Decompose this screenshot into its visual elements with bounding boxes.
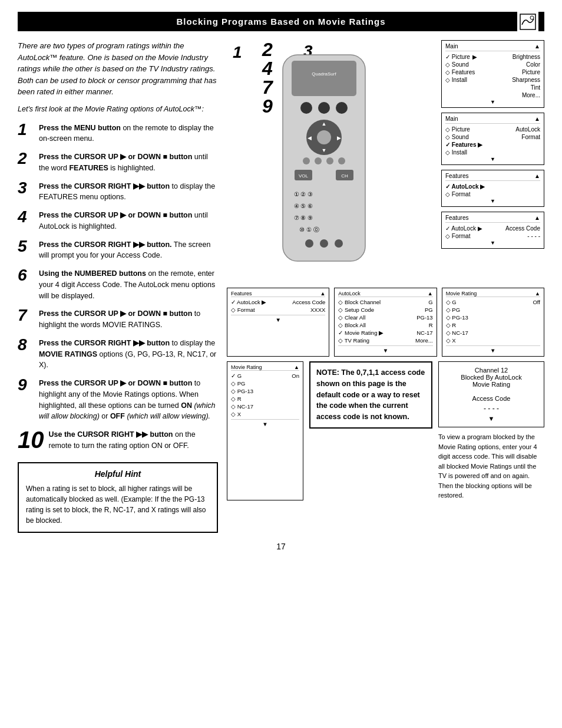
- step-2: 2 Press the CURSOR UP ▶ or DOWN ■ button…: [18, 150, 218, 174]
- step-9: 9 Press the CURSOR UP ▶ or DOWN ■ button…: [18, 377, 218, 422]
- svg-text:▶: ▶: [337, 135, 341, 141]
- svg-text:VOL: VOL: [299, 173, 309, 179]
- channel-line2: Blocked By AutoLock: [444, 374, 539, 381]
- svg-point-9: [317, 130, 331, 144]
- svg-text:CH: CH: [341, 173, 348, 179]
- step-number-6: 6: [18, 267, 34, 284]
- step-7: 7 Press the CURSOR UP ▶ or DOWN ■ button…: [18, 307, 218, 331]
- hint-title: Helpful Hint: [26, 469, 210, 479]
- step-text-3: Press the CURSOR RIGHT ▶▶ button to disp…: [39, 180, 218, 203]
- step-number-5: 5: [18, 238, 34, 255]
- svg-point-7: [336, 102, 348, 114]
- svg-point-28: [335, 239, 343, 248]
- step-5: 5 Press the CURSOR RIGHT ▶▶ button. The …: [18, 238, 218, 262]
- svg-text:▼: ▼: [322, 147, 327, 153]
- svg-point-14: [303, 157, 310, 164]
- step-text-6: Using the NUMBERED buttons on the remote…: [39, 267, 218, 301]
- svg-point-5: [300, 102, 312, 114]
- step-number-7: 7: [18, 307, 34, 324]
- page-number: 17: [18, 542, 544, 551]
- diagram-area: 1 2479 35810 QuadraSurf: [227, 40, 544, 288]
- remote-control: QuadraSurf ▲ ▼ ◀ ▶: [277, 52, 371, 272]
- bottom-screen-movie-rating-on: Movie Rating▲ ✓ GOn ◇ PG ◇ PG-13 ◇ R ◇ N…: [227, 361, 303, 500]
- note-box: NOTE: The 0,7,1,1 access code shown on t…: [309, 361, 432, 429]
- channel-line1: Channel 12: [444, 367, 539, 374]
- svg-point-1: [530, 16, 534, 19]
- svg-rect-3: [292, 61, 356, 96]
- right-column: 1 2479 35810 QuadraSurf: [227, 40, 544, 533]
- step-number-3: 3: [18, 180, 34, 196]
- svg-text:⑩ ① ⓪: ⑩ ① ⓪: [299, 226, 319, 233]
- channel-blocked-area: Channel 12 Blocked By AutoLock Movie Rat…: [438, 361, 544, 500]
- menu-screen-1: Main ▲ ✓ Picture▶Brightness ◇ SoundColor…: [441, 40, 544, 108]
- svg-point-16: [326, 157, 333, 164]
- svg-text:QuadraSurf: QuadraSurf: [312, 71, 336, 77]
- menu-screen-3: Features ▲ ✓ AutoLock ▶ ◇ Format ▼: [441, 170, 544, 207]
- bottom-screen-features-xxxx: Features▲ ✓ AutoLock ▶Access Code ◇ Form…: [227, 288, 329, 357]
- channel-access-label: Access Code: [444, 395, 539, 402]
- header-icon: [517, 11, 538, 32]
- svg-point-27: [320, 239, 328, 248]
- step-number-9: 9: [18, 377, 34, 393]
- intro-paragraph1: There are two types of program ratings w…: [18, 40, 218, 98]
- step-number-2: 2: [18, 150, 34, 167]
- step-text-10: Use the CURSOR RIGHT ▶▶ button on the re…: [49, 428, 219, 452]
- steps-list: 1 Press the MENU button on the remote to…: [18, 121, 218, 452]
- step-1: 1 Press the MENU button on the remote to…: [18, 121, 218, 145]
- step-text-9: Press the CURSOR UP ▶ or DOWN ■ button t…: [39, 377, 218, 422]
- step-text-5: Press the CURSOR RIGHT ▶▶ button. The sc…: [39, 238, 218, 262]
- step-text-4: Press the CURSOR UP ▶ or DOWN ■ button u…: [39, 209, 218, 232]
- svg-point-15: [315, 157, 322, 164]
- bottom-screens-row1: Features▲ ✓ AutoLock ▶Access Code ◇ Form…: [227, 288, 544, 357]
- step-3: 3 Press the CURSOR RIGHT ▶▶ button to di…: [18, 180, 218, 203]
- side-note: To view a program blocked by the Movie R…: [438, 432, 544, 500]
- svg-point-17: [338, 157, 345, 164]
- step-text-8: Press the CURSOR RIGHT ▶▶ button to disp…: [39, 337, 218, 371]
- page-header: Blocking Programs Based on Movie Ratings: [18, 12, 544, 31]
- step-number-1: 1: [18, 121, 34, 138]
- svg-text:◀: ◀: [308, 135, 312, 141]
- step-6: 6 Using the NUMBERED buttons on the remo…: [18, 267, 218, 301]
- channel-code: - - - -: [444, 404, 539, 413]
- menu-screen-2: Main ▲ ◇ PictureAutoLock ◇ SoundFormat ✓…: [441, 113, 544, 165]
- left-column: There are two types of program ratings w…: [18, 40, 218, 533]
- intro-paragraph2: Let's first look at the Movie Rating opt…: [18, 105, 218, 113]
- step-text-2: Press the CURSOR UP ▶ or DOWN ■ button u…: [39, 150, 218, 174]
- step-text-1: Press the MENU button on the remote to d…: [39, 121, 218, 145]
- channel-line3: Movie Rating: [444, 381, 539, 388]
- menu-screen-4: Features ▲ ✓ AutoLock ▶Access Code ◇ For…: [441, 212, 544, 249]
- header-title: Blocking Programs Based on Movie Ratings: [176, 17, 385, 27]
- step-number-4: 4: [18, 209, 34, 225]
- helpful-hint-box: Helpful Hint When a rating is set to blo…: [18, 462, 218, 533]
- note-area: NOTE: The 0,7,1,1 access code shown on t…: [309, 361, 432, 500]
- hint-text: When a rating is set to block, all highe…: [26, 483, 210, 526]
- svg-point-26: [305, 239, 313, 248]
- step-number-8: 8: [18, 337, 34, 353]
- bottom-screen-autolock: AutoLock▲ ◇ Block ChannelG ◇ Setup CodeP…: [334, 288, 437, 357]
- step-text-7: Press the CURSOR UP ▶ or DOWN ■ button t…: [39, 307, 218, 331]
- step-number-10: 10: [18, 428, 44, 452]
- diag-step-2-4-7-9: 2479: [262, 40, 273, 116]
- step-10: 10 Use the CURSOR RIGHT ▶▶ button on the…: [18, 428, 218, 452]
- svg-text:⑦ ⑧ ⑨: ⑦ ⑧ ⑨: [294, 215, 313, 221]
- diag-step-1: 1: [233, 43, 242, 62]
- menu-screens-right: Main ▲ ✓ Picture▶Brightness ◇ SoundColor…: [441, 40, 544, 249]
- svg-point-6: [318, 102, 330, 114]
- bottom-screen-movie-rating-off: Movie Rating▲ ◇ GOff ◇ PG ◇ PG-13 ◇ R ◇ …: [442, 288, 544, 357]
- step-4: 4 Press the CURSOR UP ▶ or DOWN ■ button…: [18, 209, 218, 232]
- bottom-screens-row2: Movie Rating▲ ✓ GOn ◇ PG ◇ PG-13 ◇ R ◇ N…: [227, 361, 544, 500]
- svg-text:① ② ③: ① ② ③: [294, 191, 313, 197]
- step-8: 8 Press the CURSOR RIGHT ▶▶ button to di…: [18, 337, 218, 371]
- svg-text:④ ⑤ ⑥: ④ ⑤ ⑥: [294, 203, 313, 209]
- svg-text:▲: ▲: [322, 121, 327, 127]
- channel-blocked-box: Channel 12 Blocked By AutoLock Movie Rat…: [438, 361, 544, 427]
